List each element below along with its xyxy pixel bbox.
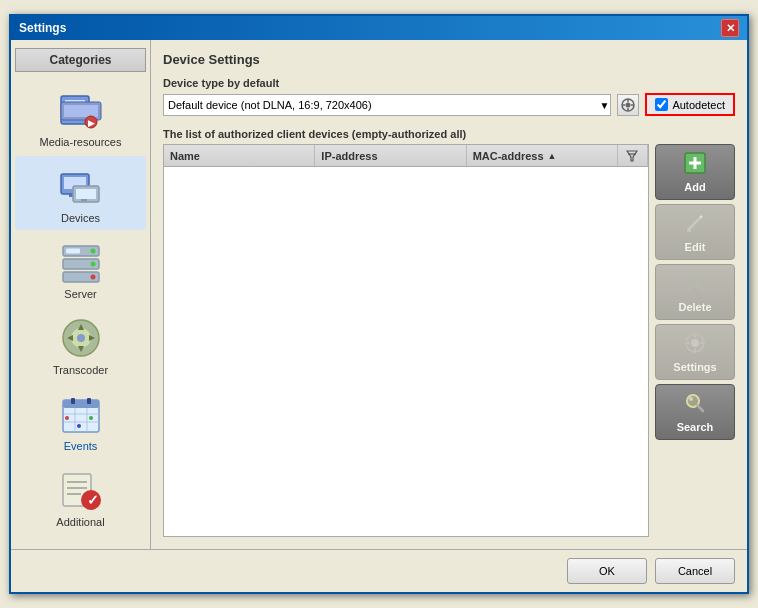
svg-point-41 xyxy=(626,102,631,107)
delete-icon xyxy=(683,271,707,298)
sidebar-item-media-resources[interactable]: ▶ Media-resources xyxy=(15,80,146,154)
device-type-select[interactable]: Default device (not DLNA, 16:9, 720x406) xyxy=(163,94,611,116)
svg-point-32 xyxy=(77,424,81,428)
svg-point-54 xyxy=(691,339,699,347)
sort-icon: ▲ xyxy=(548,151,557,161)
sidebar-item-events[interactable]: Events xyxy=(15,384,146,458)
window-title: Settings xyxy=(19,21,66,35)
bottom-bar: OK Cancel xyxy=(11,549,747,592)
devices-list-body[interactable] xyxy=(164,167,648,536)
sidebar-item-transcoder[interactable]: Transcoder xyxy=(15,308,146,382)
svg-rect-12 xyxy=(81,199,87,201)
svg-line-61 xyxy=(698,406,704,412)
svg-point-62 xyxy=(689,397,693,401)
media-resources-icon: ▶ xyxy=(57,86,105,134)
edit-icon xyxy=(683,211,707,238)
list-container: Name IP-address MAC-address ▲ xyxy=(163,144,735,537)
section-title: Device Settings xyxy=(163,52,735,67)
search-icon xyxy=(683,391,707,418)
settings-icon xyxy=(683,331,707,358)
device-type-config-button[interactable] xyxy=(617,94,639,116)
close-button[interactable]: ✕ xyxy=(721,19,739,37)
svg-rect-25 xyxy=(71,398,75,404)
column-tools xyxy=(618,145,648,166)
sidebar-item-additional-label: Additional xyxy=(56,516,104,528)
cancel-button[interactable]: Cancel xyxy=(655,558,735,584)
svg-point-22 xyxy=(77,334,85,342)
svg-point-31 xyxy=(65,416,69,420)
delete-label: Delete xyxy=(678,301,711,313)
events-icon xyxy=(57,390,105,438)
edit-button[interactable]: Edit xyxy=(655,204,735,260)
svg-rect-11 xyxy=(76,189,96,199)
column-name: Name xyxy=(164,145,315,166)
add-icon xyxy=(683,151,707,178)
action-panel: Add Edit xyxy=(655,144,735,537)
sidebar-item-events-label: Events xyxy=(64,440,98,452)
autodetect-label: Autodetect xyxy=(672,99,725,111)
delete-button[interactable]: Delete xyxy=(655,264,735,320)
settings-label: Settings xyxy=(673,361,716,373)
svg-rect-24 xyxy=(63,400,99,408)
additional-icon: ✓ xyxy=(57,466,105,514)
sidebar-item-devices[interactable]: Devices xyxy=(15,156,146,230)
device-type-label: Device type by default xyxy=(163,77,735,89)
svg-text:▶: ▶ xyxy=(88,118,95,128)
ok-button[interactable]: OK xyxy=(567,558,647,584)
main-panel: Device Settings Device type by default D… xyxy=(151,40,747,549)
svg-point-17 xyxy=(90,262,95,267)
svg-point-33 xyxy=(89,416,93,420)
tools-icon xyxy=(625,149,639,163)
search-label: Search xyxy=(677,421,714,433)
sidebar-item-additional[interactable]: ✓ Additional xyxy=(15,460,146,534)
sidebar-item-server-label: Server xyxy=(64,288,96,300)
list-section-title: The list of authorized client devices (e… xyxy=(163,128,735,140)
svg-rect-26 xyxy=(87,398,91,404)
window-body: Categories ▶ Media-resources xyxy=(11,40,747,549)
devices-list-panel: Name IP-address MAC-address ▲ xyxy=(163,144,649,537)
svg-point-18 xyxy=(90,275,95,280)
titlebar: Settings ✕ xyxy=(11,16,747,40)
sidebar-title: Categories xyxy=(15,48,146,72)
device-type-select-wrapper: Default device (not DLNA, 16:9, 720x406)… xyxy=(163,94,611,116)
add-label: Add xyxy=(684,181,705,193)
server-icon xyxy=(57,238,105,286)
svg-rect-19 xyxy=(66,249,80,254)
transcoder-icon xyxy=(57,314,105,362)
autodetect-box: Autodetect xyxy=(645,93,735,116)
sidebar-item-transcoder-label: Transcoder xyxy=(53,364,108,376)
devices-icon xyxy=(57,162,105,210)
add-button[interactable]: Add xyxy=(655,144,735,200)
sidebar: Categories ▶ Media-resources xyxy=(11,40,151,549)
search-button[interactable]: Search xyxy=(655,384,735,440)
svg-text:✓: ✓ xyxy=(87,492,99,508)
edit-label: Edit xyxy=(685,241,706,253)
sidebar-item-devices-label: Devices xyxy=(61,212,100,224)
sidebar-item-media-resources-label: Media-resources xyxy=(40,136,122,148)
column-mac: MAC-address ▲ xyxy=(467,145,618,166)
autodetect-checkbox[interactable] xyxy=(655,98,668,111)
settings-window: Settings ✕ Categories ▶ xyxy=(9,14,749,594)
sidebar-item-server[interactable]: Server xyxy=(15,232,146,306)
column-ip: IP-address xyxy=(315,145,466,166)
svg-point-16 xyxy=(90,249,95,254)
svg-rect-4 xyxy=(64,105,98,117)
device-type-row: Default device (not DLNA, 16:9, 720x406)… xyxy=(163,93,735,116)
settings-button[interactable]: Settings xyxy=(655,324,735,380)
list-header: Name IP-address MAC-address ▲ xyxy=(164,145,648,167)
